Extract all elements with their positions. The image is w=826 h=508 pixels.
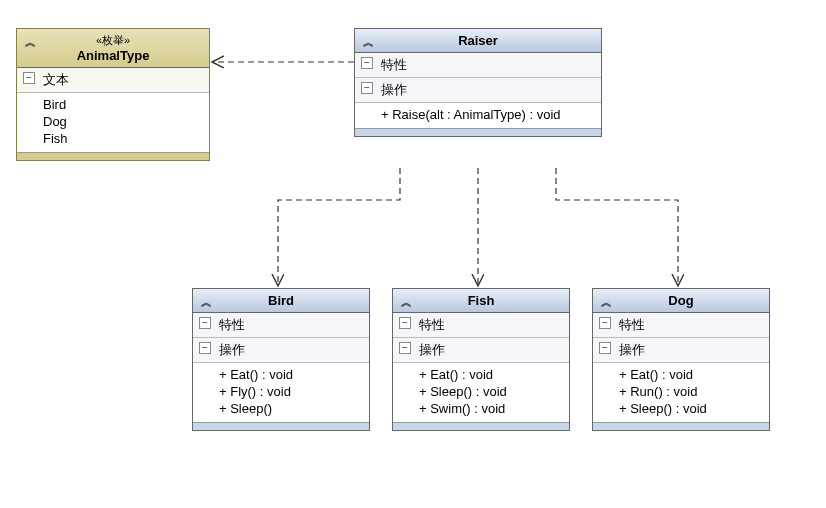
enum-value: Dog bbox=[43, 113, 203, 130]
class-bird[interactable]: ︽ Bird − 特性 − 操作 + Eat() : void + Fly() … bbox=[192, 288, 370, 431]
box-footer bbox=[355, 128, 601, 136]
collapse-icon[interactable]: ︽ bbox=[23, 35, 37, 49]
toggle-icon[interactable]: − bbox=[199, 317, 211, 329]
section-label: 文本 bbox=[43, 72, 69, 87]
class-animaltype[interactable]: ︽ «枚举» AnimalType − 文本 Bird Dog Fish bbox=[16, 28, 210, 161]
operation: + Sleep() bbox=[219, 400, 363, 417]
stereotype: «枚举» bbox=[96, 33, 130, 48]
class-title: ︽ Bird bbox=[193, 289, 369, 313]
toggle-icon[interactable]: − bbox=[361, 57, 373, 69]
diagram-canvas: ︽ «枚举» AnimalType − 文本 Bird Dog Fish ︽ R… bbox=[0, 0, 826, 508]
section-label: 操作 bbox=[619, 342, 645, 357]
class-fish[interactable]: ︽ Fish − 特性 − 操作 + Eat() : void + Sleep(… bbox=[392, 288, 570, 431]
section-label: 特性 bbox=[381, 57, 407, 72]
operation: + Sleep() : void bbox=[419, 383, 563, 400]
operation: + Eat() : void bbox=[419, 366, 563, 383]
enum-value: Fish bbox=[43, 130, 203, 147]
box-footer bbox=[393, 422, 569, 430]
section-text: − 文本 bbox=[17, 68, 209, 93]
toggle-icon[interactable]: − bbox=[599, 342, 611, 354]
operations-list: + Raise(alt : AnimalType) : void bbox=[355, 103, 601, 128]
collapse-icon[interactable]: ︽ bbox=[399, 295, 413, 309]
enum-values: Bird Dog Fish bbox=[17, 93, 209, 152]
class-name: AnimalType bbox=[77, 48, 150, 63]
operation: + Swim() : void bbox=[419, 400, 563, 417]
operation: + Sleep() : void bbox=[619, 400, 763, 417]
box-footer bbox=[593, 422, 769, 430]
section-label: 操作 bbox=[219, 342, 245, 357]
section-attributes: − 特性 bbox=[355, 53, 601, 78]
section-label: 特性 bbox=[419, 317, 445, 332]
toggle-icon[interactable]: − bbox=[199, 342, 211, 354]
collapse-icon[interactable]: ︽ bbox=[199, 295, 213, 309]
class-title: ︽ Raiser bbox=[355, 29, 601, 53]
class-dog[interactable]: ︽ Dog − 特性 − 操作 + Eat() : void + Run() :… bbox=[592, 288, 770, 431]
class-title: ︽ «枚举» AnimalType bbox=[17, 29, 209, 68]
class-title: ︽ Fish bbox=[393, 289, 569, 313]
operation: + Run() : void bbox=[619, 383, 763, 400]
section-label: 特性 bbox=[219, 317, 245, 332]
operation: + Eat() : void bbox=[219, 366, 363, 383]
toggle-icon[interactable]: − bbox=[599, 317, 611, 329]
section-attributes: − 特性 bbox=[193, 313, 369, 338]
section-operations: − 操作 bbox=[593, 338, 769, 363]
class-name: Dog bbox=[668, 293, 693, 308]
section-attributes: − 特性 bbox=[393, 313, 569, 338]
section-label: 操作 bbox=[419, 342, 445, 357]
operations-list: + Eat() : void + Run() : void + Sleep() … bbox=[593, 363, 769, 422]
enum-value: Bird bbox=[43, 96, 203, 113]
operation: + Eat() : void bbox=[619, 366, 763, 383]
operation: + Fly() : void bbox=[219, 383, 363, 400]
section-label: 特性 bbox=[619, 317, 645, 332]
box-footer bbox=[17, 152, 209, 160]
class-name: Raiser bbox=[458, 33, 498, 48]
operations-list: + Eat() : void + Fly() : void + Sleep() bbox=[193, 363, 369, 422]
box-footer bbox=[193, 422, 369, 430]
toggle-icon[interactable]: − bbox=[361, 82, 373, 94]
dependency-raiser-dog bbox=[556, 168, 678, 286]
toggle-icon[interactable]: − bbox=[399, 342, 411, 354]
class-title: ︽ Dog bbox=[593, 289, 769, 313]
class-name: Bird bbox=[268, 293, 294, 308]
section-operations: − 操作 bbox=[355, 78, 601, 103]
operation: + Raise(alt : AnimalType) : void bbox=[381, 106, 595, 123]
class-raiser[interactable]: ︽ Raiser − 特性 − 操作 + Raise(alt : AnimalT… bbox=[354, 28, 602, 137]
operations-list: + Eat() : void + Sleep() : void + Swim()… bbox=[393, 363, 569, 422]
toggle-icon[interactable]: − bbox=[23, 72, 35, 84]
section-attributes: − 特性 bbox=[593, 313, 769, 338]
section-operations: − 操作 bbox=[393, 338, 569, 363]
section-operations: − 操作 bbox=[193, 338, 369, 363]
dependency-raiser-bird bbox=[278, 168, 400, 286]
class-name: Fish bbox=[468, 293, 495, 308]
collapse-icon[interactable]: ︽ bbox=[361, 35, 375, 49]
section-label: 操作 bbox=[381, 82, 407, 97]
collapse-icon[interactable]: ︽ bbox=[599, 295, 613, 309]
toggle-icon[interactable]: − bbox=[399, 317, 411, 329]
